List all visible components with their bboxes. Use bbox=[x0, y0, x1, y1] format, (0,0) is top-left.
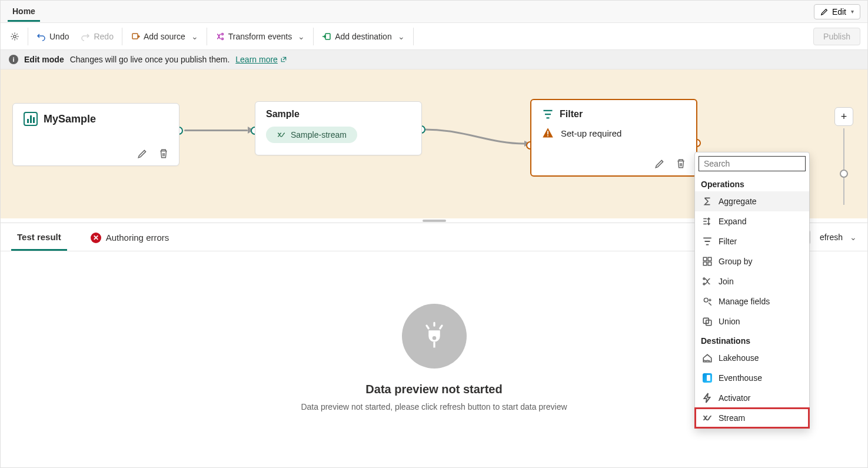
pencil-icon bbox=[820, 8, 829, 16]
transform-icon bbox=[215, 32, 225, 41]
tab-label: Authoring errors bbox=[106, 233, 169, 243]
learn-more-link[interactable]: Learn more bbox=[235, 55, 287, 64]
svg-rect-6 bbox=[547, 131, 548, 134]
toolbar: Undo Redo Add source ⌄ Transform events … bbox=[1, 23, 867, 50]
tab-authoring-errors[interactable]: ✕ Authoring errors bbox=[85, 224, 175, 250]
chevron-down-icon: ⌄ bbox=[398, 32, 405, 41]
plug-icon bbox=[402, 304, 467, 369]
add-source-button[interactable]: Add source ⌄ bbox=[125, 28, 204, 45]
zoom-handle[interactable] bbox=[840, 170, 848, 178]
svg-rect-4 bbox=[325, 34, 330, 39]
infobar: i Edit mode Changes will go live once yo… bbox=[1, 50, 867, 69]
stream-chip[interactable]: Sample-stream bbox=[266, 127, 357, 143]
ctx-item-join[interactable]: Join bbox=[695, 271, 809, 291]
ctx-item-label: Group by bbox=[719, 257, 753, 266]
edit-mode-button[interactable]: Edit ▾ bbox=[814, 4, 860, 19]
edit-card-button[interactable] bbox=[651, 155, 668, 172]
refresh-button[interactable]: efresh ⌄ bbox=[820, 233, 857, 242]
trash-icon bbox=[158, 148, 169, 159]
external-link-icon bbox=[280, 56, 287, 63]
join-icon bbox=[702, 276, 713, 287]
ctx-item-label: Expand bbox=[719, 217, 746, 226]
chevron-down-icon: ⌄ bbox=[191, 32, 198, 41]
undo-icon bbox=[36, 32, 46, 41]
ctx-item-label: Union bbox=[719, 317, 740, 326]
ctx-item-label: Eventhouse bbox=[719, 373, 762, 383]
card-sample[interactable]: Sample Sample-stream bbox=[255, 101, 422, 155]
add-destination-button[interactable]: Add destination ⌄ bbox=[316, 28, 411, 45]
ctx-heading-operations: Operations bbox=[695, 175, 809, 191]
settings-button[interactable] bbox=[4, 28, 25, 45]
ctx-item-activator[interactable]: Activator bbox=[695, 388, 809, 408]
eventhouse-icon bbox=[702, 373, 713, 383]
svg-rect-11 bbox=[708, 257, 711, 261]
tab-test-result[interactable]: Test result bbox=[11, 224, 67, 251]
expand-icon bbox=[702, 216, 713, 227]
card-filter[interactable]: Filter Set-up required bbox=[530, 99, 697, 177]
ctx-item-union[interactable]: Union bbox=[695, 311, 809, 331]
svg-rect-12 bbox=[703, 262, 707, 265]
redo-icon bbox=[81, 32, 90, 41]
ctx-item-aggregate[interactable]: Aggregate bbox=[695, 191, 809, 211]
ctx-item-eventhouse[interactable]: Eventhouse bbox=[695, 368, 809, 388]
card-title: Filter bbox=[560, 109, 583, 120]
ctx-heading-destinations: Destinations bbox=[695, 331, 809, 348]
card-title: Sample bbox=[266, 109, 300, 120]
info-icon: i bbox=[9, 55, 18, 64]
svg-point-3 bbox=[221, 38, 223, 39]
ctx-item-groupby[interactable]: Group by bbox=[695, 251, 809, 271]
context-menu: Operations Aggregate Expand Filter Group… bbox=[694, 152, 810, 429]
filter-icon bbox=[702, 236, 713, 247]
managefields-icon bbox=[702, 296, 713, 307]
separator bbox=[207, 28, 207, 45]
card-mysample[interactable]: MySample bbox=[12, 103, 179, 166]
zoom-in-button[interactable]: + bbox=[834, 107, 853, 126]
setup-required-label: Set-up required bbox=[561, 128, 621, 138]
tab-label: Test result bbox=[17, 232, 61, 242]
filter-icon bbox=[542, 108, 554, 120]
preview-subtitle: Data preview not started, please click r… bbox=[301, 402, 567, 411]
transform-label: Transform events bbox=[228, 32, 292, 41]
tab-home[interactable]: Home bbox=[8, 1, 40, 22]
svg-rect-10 bbox=[703, 257, 707, 261]
edit-card-button[interactable] bbox=[134, 145, 151, 162]
error-badge-icon: ✕ bbox=[91, 233, 101, 243]
stream-icon bbox=[277, 130, 286, 140]
chart-icon bbox=[24, 112, 38, 126]
separator bbox=[413, 28, 414, 45]
ctx-item-expand[interactable]: Expand bbox=[695, 211, 809, 231]
zoom-slider[interactable] bbox=[843, 128, 844, 205]
chevron-down-icon: ▾ bbox=[851, 8, 854, 15]
svg-point-2 bbox=[221, 33, 223, 35]
transform-events-button[interactable]: Transform events ⌄ bbox=[209, 28, 311, 45]
ctx-item-stream[interactable]: Stream bbox=[695, 408, 809, 428]
refresh-label: efresh bbox=[820, 233, 843, 242]
publish-button: Publish bbox=[813, 28, 860, 45]
card-title: MySample bbox=[44, 113, 96, 125]
add-source-icon bbox=[131, 32, 140, 41]
ctx-item-lakehouse[interactable]: Lakehouse bbox=[695, 348, 809, 368]
ctx-item-managefields[interactable]: Manage fields bbox=[695, 291, 809, 311]
chip-label: Sample-stream bbox=[291, 130, 347, 140]
chevron-down-icon: ⌄ bbox=[298, 32, 305, 41]
svg-point-15 bbox=[703, 283, 705, 285]
infobar-message: Changes will go live once you publish th… bbox=[70, 55, 230, 64]
edit-label: Edit bbox=[832, 7, 846, 16]
undo-button[interactable]: Undo bbox=[31, 28, 75, 45]
svg-point-14 bbox=[703, 278, 705, 280]
add-destination-icon bbox=[322, 32, 331, 41]
delete-card-button[interactable] bbox=[673, 155, 689, 172]
stream-icon bbox=[702, 413, 713, 423]
delete-card-button[interactable] bbox=[155, 145, 172, 162]
separator bbox=[313, 28, 314, 45]
ctx-item-label: Filter bbox=[719, 237, 737, 246]
pencil-icon bbox=[654, 158, 665, 169]
ctx-item-label: Aggregate bbox=[719, 197, 757, 206]
ctx-item-filter[interactable]: Filter bbox=[695, 231, 809, 251]
ctx-item-label: Activator bbox=[719, 393, 750, 403]
lakehouse-icon bbox=[702, 353, 713, 363]
context-menu-search[interactable] bbox=[699, 156, 806, 171]
union-icon bbox=[702, 316, 713, 327]
top-nav: Home Edit ▾ bbox=[1, 1, 867, 23]
svg-rect-13 bbox=[708, 262, 711, 265]
